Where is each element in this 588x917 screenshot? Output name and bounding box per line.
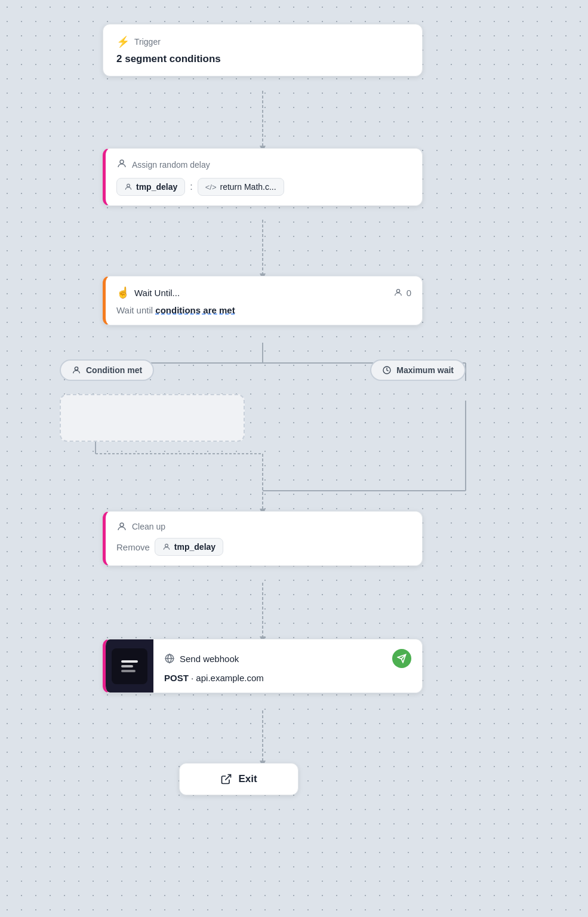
cleanup-header: Clean up bbox=[116, 521, 411, 532]
wait-body: Wait until conditions are met bbox=[116, 305, 411, 315]
send-webhook-button[interactable] bbox=[392, 649, 411, 668]
webhook-node[interactable]: Send webhook POST · api.example.com bbox=[103, 639, 423, 693]
trigger-icon: ⚡ bbox=[116, 35, 130, 48]
cleanup-label: Clean up bbox=[132, 522, 165, 531]
trigger-title: 2 segment conditions bbox=[116, 53, 409, 65]
exit-node[interactable]: Exit bbox=[179, 763, 298, 795]
webhook-logo bbox=[112, 648, 147, 684]
svg-point-18 bbox=[120, 160, 124, 164]
wait-title-row: ☝️ Wait Until... bbox=[116, 286, 180, 299]
maximum-wait-label: Maximum wait bbox=[396, 365, 454, 375]
wait-count: 0 bbox=[393, 288, 411, 298]
webhook-url: POST · api.example.com bbox=[164, 673, 411, 683]
wait-conditions-link[interactable]: conditions are met bbox=[155, 305, 235, 315]
assign-variable-pill[interactable]: tmp_delay bbox=[116, 178, 185, 196]
webhook-thumbnail bbox=[106, 639, 153, 693]
svg-rect-26 bbox=[121, 665, 133, 667]
cleanup-variable: tmp_delay bbox=[174, 542, 216, 552]
assign-variable: tmp_delay bbox=[136, 182, 177, 192]
cleanup-node[interactable]: Clean up Remove tmp_delay bbox=[103, 511, 423, 566]
maximum-wait-button[interactable]: Maximum wait bbox=[370, 359, 466, 381]
cleanup-action: Remove bbox=[116, 542, 150, 552]
assign-code: return Math.c... bbox=[220, 182, 276, 192]
assign-label: Assign random delay bbox=[132, 160, 210, 170]
branch-container: Condition met Maximum wait bbox=[60, 359, 466, 381]
webhook-header: Send webhook bbox=[164, 649, 411, 668]
assign-header: Assign random delay bbox=[116, 158, 411, 171]
svg-rect-27 bbox=[121, 670, 136, 672]
assign-row: tmp_delay : </> return Math.c... bbox=[116, 178, 411, 196]
svg-point-24 bbox=[165, 544, 168, 547]
cleanup-variable-pill[interactable]: tmp_delay bbox=[155, 538, 223, 556]
colon-separator: : bbox=[190, 181, 192, 192]
trigger-label: Trigger bbox=[134, 37, 161, 47]
hand-icon: ☝️ bbox=[116, 286, 130, 299]
condition-met-branch-box bbox=[60, 394, 245, 442]
svg-point-20 bbox=[396, 290, 399, 293]
svg-point-23 bbox=[120, 523, 124, 527]
svg-rect-25 bbox=[121, 660, 138, 663]
trigger-header: ⚡ Trigger bbox=[116, 35, 409, 48]
code-icon: </> bbox=[205, 183, 217, 192]
svg-point-19 bbox=[127, 184, 130, 187]
exit-label: Exit bbox=[238, 773, 257, 785]
wait-count-value: 0 bbox=[407, 288, 411, 298]
wait-label: Wait Until... bbox=[134, 288, 180, 298]
svg-point-21 bbox=[75, 367, 78, 370]
wait-header: ☝️ Wait Until... 0 bbox=[116, 286, 411, 299]
webhook-endpoint: api.example.com bbox=[196, 673, 263, 683]
condition-met-button[interactable]: Condition met bbox=[60, 359, 154, 381]
assign-code-pill[interactable]: </> return Math.c... bbox=[198, 178, 284, 196]
webhook-method: POST bbox=[164, 673, 189, 683]
trigger-node[interactable]: ⚡ Trigger 2 segment conditions bbox=[103, 24, 423, 76]
cleanup-row: Remove tmp_delay bbox=[116, 538, 411, 556]
condition-met-label: Condition met bbox=[86, 365, 142, 375]
person-icon bbox=[116, 158, 127, 171]
webhook-label: Send webhook bbox=[180, 654, 239, 664]
wait-node[interactable]: ☝️ Wait Until... 0 Wait until conditions… bbox=[103, 276, 423, 325]
webhook-content: Send webhook POST · api.example.com bbox=[153, 639, 422, 693]
svg-line-32 bbox=[226, 775, 231, 780]
webhook-title-row: Send webhook bbox=[164, 653, 239, 664]
exit-icon bbox=[220, 773, 232, 785]
assign-node[interactable]: Assign random delay tmp_delay : </> retu… bbox=[103, 148, 423, 206]
wait-body-text: Wait until bbox=[116, 305, 155, 315]
